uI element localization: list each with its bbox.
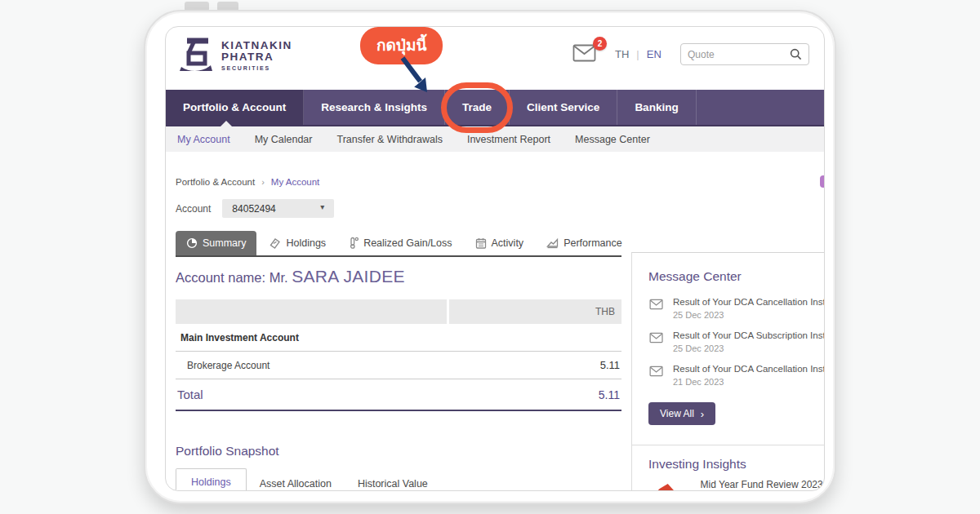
row-label: Brokerage Account [187,360,270,371]
table-row: Brokerage Account 5.11 [176,352,621,379]
line-chart-icon [546,237,559,249]
active-nav-caret [220,121,233,127]
envelope-icon [648,364,665,377]
chevron-right-icon: › [701,409,704,419]
callout-arrow-icon [396,56,437,99]
portfolio-snapshot-title: Portfolio Snapshot [176,444,621,459]
view-all-button[interactable]: View All › [648,402,715,425]
unread-count-badge: 2 [593,37,607,51]
lang-separator: | [636,48,639,60]
quote-search-input[interactable] [688,49,790,60]
total-value: 5.11 [599,388,620,401]
nav-item-banking[interactable]: Banking [617,90,696,125]
sub-navbar: My Account My Calendar Transfer & Withdr… [166,126,825,152]
breadcrumb-parent[interactable]: Portfolio & Account [176,177,255,187]
subnav-item-transfer-withdrawals[interactable]: Transfer & Withdrawals [337,134,443,145]
total-label: Total [177,388,203,401]
investing-insights-title: Investing Insights [648,457,825,472]
quote-search-box [680,43,809,65]
article-thumbnail [648,484,686,491]
tab-performance[interactable]: Performance [536,231,633,255]
logo-text-line2: PHATRA [221,51,292,63]
account-dropdown[interactable]: 84052494 ▾ [222,199,334,218]
nav-item-client-service[interactable]: Client Service [510,90,617,125]
message-subject: Result of Your DCA Subscription Instruct… [673,330,825,340]
row-value: 5.11 [600,359,620,371]
tablet-frame: KIATNAKIN PHATRA SECURITIES 2 TH | EN [144,10,836,504]
account-label: Account [176,203,211,215]
nav-item-portfolio-account[interactable]: Portfolio & Account [166,90,304,125]
table-header-blank-cell [176,299,447,324]
tab-holdings[interactable]: Holdings [258,231,336,255]
article-title: Mid Year Fund Review 2023: [701,479,825,490]
message-list: Result of Your DCA Cancellation Instruct… [648,297,825,387]
logo-glyph-icon [177,37,213,74]
message-date: 21 Dec 2023 [673,377,825,387]
chevron-down-icon: ▾ [320,202,324,211]
snapshot-tab-strip: Holdings Asset Allocation Historical Val… [176,468,621,491]
table-header-currency: THB [449,299,621,324]
message-center-title: Message Center [648,269,825,284]
account-dropdown-value: 84052494 [232,203,275,215]
accounts-table-header: THB [176,299,621,324]
breadcrumb-current: My Account [271,177,319,187]
clipped-edge-element [820,175,825,188]
snapshot-tab-holdings[interactable]: Holdings [176,468,247,491]
language-switcher: TH | EN [615,48,662,60]
thermometer-icon [349,237,359,249]
lang-en-button[interactable]: EN [647,48,662,60]
snapshot-tab-historical-value[interactable]: Historical Value [345,471,441,491]
subnav-item-my-account[interactable]: My Account [177,134,230,145]
search-icon[interactable] [790,48,802,60]
tab-realized-gain-loss[interactable]: Realized Gain/Loss [338,230,462,255]
right-sidebar: Message Center Result of Your DCA Cancel… [631,252,825,491]
breadcrumb-separator: › [261,177,265,187]
panel-divider [632,445,825,445]
snapshot-tab-asset-allocation[interactable]: Asset Allocation [247,471,345,491]
list-item[interactable]: Result of Your DCA Cancellation Instruct… [648,364,825,387]
subnav-item-message-center[interactable]: Message Center [575,134,650,145]
table-group-row: Main Investment Account [176,324,621,352]
account-holder-name: SARA JAIDEE [292,267,405,286]
logo-text-line3: SECURITIES [221,65,292,71]
list-item[interactable]: Mid Year Fund Review 2023: [648,479,825,491]
list-item[interactable]: Result of Your DCA Cancellation Instruct… [648,297,825,320]
banknote-icon [269,237,281,249]
message-date: 25 Dec 2023 [673,343,825,353]
message-date: 25 Dec 2023 [673,310,825,320]
summary-panel: Account name: Mr. SARA JAIDEE THB Main I… [176,267,621,491]
browser-screen: KIATNAKIN PHATRA SECURITIES 2 TH | EN [165,26,825,491]
message-subject: Result of Your DCA Cancellation Instruct… [673,364,825,374]
tab-activity[interactable]: Activity [465,231,535,255]
kiatnakin-phatra-logo: KIATNAKIN PHATRA SECURITIES [177,37,292,74]
pie-chart-icon [186,237,198,249]
envelope-icon [648,297,665,310]
breadcrumb: Portfolio & Account › My Account [176,177,319,187]
table-total-row: Total 5.11 [176,379,621,411]
lang-th-button[interactable]: TH [615,48,629,60]
subnav-item-my-calendar[interactable]: My Calendar [255,134,313,145]
summary-tab-strip: Summary Holdings Realized Gain/Loss [176,230,621,257]
account-name-heading: Account name: Mr. SARA JAIDEE [176,267,621,286]
tab-summary[interactable]: Summary [176,231,256,255]
message-subject: Result of Your DCA Cancellation Instruct… [673,297,825,307]
calendar-icon [475,237,487,249]
account-selector-row: Account 84052494 ▾ [176,199,334,218]
envelope-icon [648,330,665,343]
subnav-item-investment-report[interactable]: Investment Report [467,134,550,145]
logo-text-line1: KIATNAKIN [221,40,292,51]
mail-button[interactable]: 2 [572,43,600,66]
main-navbar: Portfolio & Account Research & Insights … [166,90,825,126]
nav-item-trade[interactable]: Trade [445,90,510,125]
list-item[interactable]: Result of Your DCA Subscription Instruct… [648,330,825,353]
